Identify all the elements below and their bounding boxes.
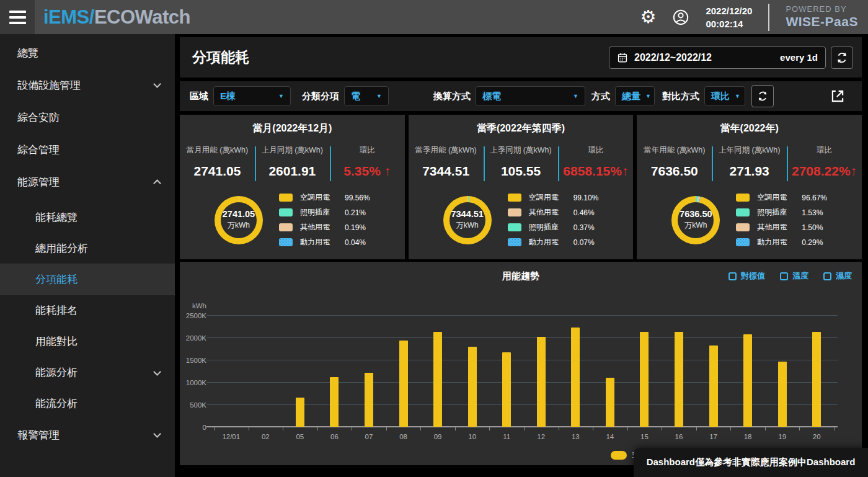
x-axis-tick: [730, 427, 731, 430]
x-axis-tick: [420, 427, 421, 430]
sidebar-item-label: 設備設施管理: [17, 78, 81, 92]
conversion-select[interactable]: 標電 ▼: [476, 86, 585, 106]
sidebar-item[interactable]: 能源分析: [0, 357, 175, 388]
caret-down-icon: ▼: [273, 93, 284, 99]
x-axis-tick: [386, 427, 387, 430]
bar: [468, 347, 477, 427]
sidebar-item[interactable]: 能耗總覽: [0, 202, 175, 233]
stat-label: 當季用能 (萬kWh): [409, 145, 484, 156]
bar: [571, 328, 580, 427]
stat-label: 環比: [558, 145, 633, 156]
sidebar-item[interactable]: 綜合管理: [0, 133, 175, 166]
sidebar-nav: 總覽設備設施管理綜合安防綜合管理能源管理能耗總覽總用能分析分項能耗能耗排名用能對…: [0, 34, 175, 477]
hamburger-menu-icon[interactable]: [0, 0, 35, 34]
trend-checkbox[interactable]: 濕度: [823, 270, 852, 282]
legend-label: 空調用電: [300, 192, 339, 203]
mode-value: 總量: [622, 91, 640, 102]
chevron-up-icon: [153, 179, 161, 187]
x-tick-label: 12: [537, 433, 545, 440]
x-axis-tick: [662, 427, 662, 430]
sidebar-item[interactable]: 綜合安防: [0, 101, 175, 133]
compare-label: 對比方式: [662, 91, 699, 102]
legend-swatch: [508, 238, 521, 246]
x-axis-tick: [834, 427, 835, 430]
summary-card: 當季(2022年第四季)當季用能 (萬kWh)7344.51上季同期 (萬kWh…: [409, 115, 634, 259]
sidebar-item[interactable]: 總用能分析: [0, 233, 175, 264]
x-axis-tick: [455, 427, 456, 430]
category-value: 電: [351, 91, 360, 102]
refresh-button[interactable]: [831, 47, 853, 69]
stat: 環比2708.22%↑: [787, 145, 862, 179]
checkbox-label: 濕度: [836, 270, 852, 282]
category-select[interactable]: 電 ▼: [344, 86, 389, 106]
powered-by-text: POWERED BY: [786, 5, 858, 14]
legend-percent: 1.53%: [802, 208, 827, 217]
stat: 上月同期 (萬kWh)2601.91: [255, 145, 330, 179]
bar: [812, 332, 821, 427]
gear-icon[interactable]: ⚙: [640, 8, 656, 26]
powered-by-block: POWERED BY WISE-PaaS: [786, 5, 858, 29]
stat-value: 5.35% ↑: [330, 164, 405, 179]
legend-label: 照明插座: [300, 207, 339, 218]
legend-swatch: [508, 208, 521, 216]
summary-card: 當年(2022年)當年用能 (萬kWh)7636.50上年同期 (萬kWh)27…: [637, 115, 862, 259]
gridline: [206, 315, 838, 316]
sidebar-item-label: 能耗總覽: [35, 210, 78, 225]
card-stats: 當季用能 (萬kWh)7344.51上季同期 (萬kWh)105.55環比685…: [409, 145, 634, 179]
account-icon[interactable]: [672, 9, 689, 26]
sidebar-item[interactable]: 設備設施管理: [0, 69, 175, 101]
area-select[interactable]: E棟 ▼: [213, 86, 291, 106]
x-axis-tick: [524, 427, 525, 430]
legend-percent: 0.07%: [574, 238, 599, 247]
legend-percent: 0.19%: [345, 223, 370, 232]
x-axis-tick: [249, 427, 249, 430]
x-tick-label: 19: [778, 433, 786, 440]
sidebar-item[interactable]: 報警管理: [0, 419, 175, 451]
x-axis-tick: [352, 427, 352, 430]
sidebar-item-label: 能源分析: [35, 365, 78, 380]
donut-chart: 7344.51万kWh: [443, 196, 492, 244]
x-axis-tick: [489, 427, 490, 430]
caret-down-icon: ▼: [371, 93, 382, 99]
x-tick-label: 13: [572, 433, 580, 440]
donut-chart: 7636.50万kWh: [671, 196, 720, 244]
filter-refresh-button[interactable]: [751, 85, 774, 107]
donut-center: 7636.50万kWh: [678, 202, 714, 238]
donut-legend: 空調用電96.67%照明插座1.53%其他用電1.50%動力用電0.29%: [736, 192, 827, 247]
legend-label: 動力用電: [529, 237, 567, 247]
sidebar-item[interactable]: 能流分析: [0, 388, 175, 419]
legend-percent: 99.56%: [345, 194, 370, 202]
mode-select[interactable]: 總量 ▼: [615, 86, 655, 106]
sidebar-item[interactable]: 能耗排名: [0, 295, 175, 326]
legend-percent: 0.29%: [802, 238, 827, 247]
stat-value: 105.55: [484, 164, 559, 179]
logo-primary: iEMS/: [43, 6, 94, 28]
donut-legend: 空調用電99.10%其他用電0.46%照明插座0.37%動力用電0.07%: [508, 192, 599, 247]
y-axis-unit: kWh: [192, 302, 206, 310]
legend-swatch: [508, 223, 521, 231]
donut-center-value: 7636.50: [680, 209, 712, 219]
compare-select[interactable]: 環比 ▼: [704, 86, 745, 106]
x-tick-label: 08: [399, 433, 407, 440]
external-link-button[interactable]: [830, 88, 846, 104]
sidebar-item[interactable]: 總覽: [0, 37, 175, 69]
sidebar-item[interactable]: 分項能耗: [0, 264, 175, 295]
stat-label: 當年用能 (萬kWh): [637, 145, 712, 156]
sidebar-item[interactable]: 用能對比: [0, 326, 175, 357]
card-stats: 當年用能 (萬kWh)7636.50上年同期 (萬kWh)271.93環比270…: [637, 145, 862, 179]
card-title: 當月(2022年12月): [180, 122, 405, 135]
trend-checkbox[interactable]: 對標值: [728, 270, 765, 282]
stat-label: 環比: [330, 145, 405, 156]
donut-center-unit: 万kWh: [228, 220, 250, 231]
stat-value: 271.93: [712, 164, 787, 179]
trend-checkbox-row: 對標值溫度濕度: [728, 270, 852, 282]
card-stats: 當月用能 (萬kWh)2741.05上月同期 (萬kWh)2601.91環比5.…: [180, 145, 405, 179]
date-range-picker[interactable]: 2022/12~2022/12 every 1d: [609, 47, 826, 69]
sidebar-item[interactable]: 能源管理: [0, 166, 175, 198]
trend-checkbox[interactable]: 溫度: [780, 270, 808, 282]
legend-percent: 96.67%: [802, 194, 827, 202]
bar: [709, 345, 718, 427]
legend-swatch: [508, 194, 521, 202]
checkbox-icon: [780, 272, 788, 280]
legend-label: 空調用電: [529, 192, 567, 203]
